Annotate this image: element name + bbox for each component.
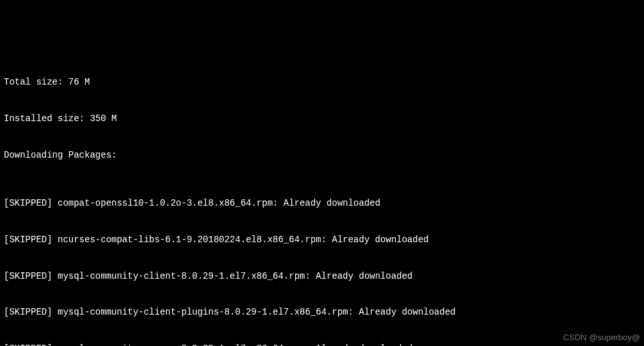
- skipped-line: [SKIPPED] mysql-community-client-plugins…: [4, 306, 640, 318]
- downloading-line: Downloading Packages:: [4, 149, 640, 161]
- skipped-line: [SKIPPED] ncurses-compat-libs-6.1-9.2018…: [4, 234, 640, 246]
- terminal-output: Total size: 76 M Installed size: 350 M D…: [4, 53, 640, 346]
- skipped-line: [SKIPPED] compat-openssl10-1.0.2o-3.el8.…: [4, 197, 640, 210]
- installed-size-line: Installed size: 350 M: [4, 113, 640, 125]
- watermark: CSDN @superboy@: [563, 332, 640, 343]
- total-size-line: Total size: 76 M: [4, 76, 640, 88]
- skipped-line: [SKIPPED] mysql-community-client-8.0.29-…: [4, 270, 640, 283]
- skipped-line: [SKIPPED] mysql-community-common-8.0.29-…: [4, 343, 640, 346]
